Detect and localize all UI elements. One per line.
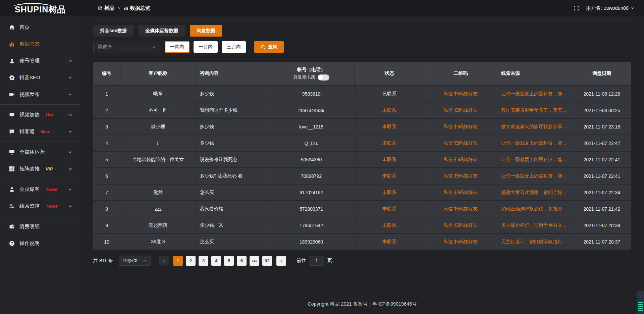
- cell-nickname: 觉然: [120, 185, 196, 200]
- page-button[interactable]: 5: [224, 256, 234, 266]
- chevron-down-icon: [152, 45, 156, 49]
- app-logo[interactable]: SHUPIN树品: [0, 3, 80, 14]
- cell-nickname: 当地比较能吃的一位美女: [120, 152, 196, 167]
- cell-status: 未联系: [354, 152, 424, 167]
- cell-status: 未联系: [354, 234, 424, 250]
- table-row: 7觉然怎么买917024162未联系私信 扫码加好友感谢大家喜欢我家，被问了好.…: [93, 184, 631, 200]
- cell-nickname: L: [120, 135, 196, 151]
- cell-source-link[interactable]: 让你一眼就爱上的黑科技，能...: [497, 86, 572, 102]
- cell-date: 2021-11-07 23:18: [572, 119, 631, 135]
- sidebar-item[interactable]: 全媒体运营: [0, 144, 80, 160]
- table-row: 2不可一世我想问这个多少钱2097344839未联系私信 扫码加好友客厅安装投影…: [93, 102, 631, 118]
- page-size-select[interactable]: 10条/页: [119, 256, 151, 266]
- prev-page-button[interactable]: ‹: [159, 256, 169, 266]
- question-icon: ?: [9, 241, 15, 246]
- cell-qr-link[interactable]: 私信 扫码加好友: [424, 217, 497, 233]
- cell-id: 4: [93, 135, 120, 151]
- cell-source-link[interactable]: 让你一眼就爱上的黑科技，能...: [497, 152, 572, 167]
- goto-page-input[interactable]: [309, 256, 324, 266]
- divider: [0, 104, 80, 105]
- cell-id: 2: [93, 102, 120, 118]
- phone-only-toggle[interactable]: [318, 74, 329, 81]
- sidebar-item[interactable]: 消费明细: [0, 218, 80, 235]
- page-button[interactable]: 4: [211, 256, 221, 266]
- table-row: 1036度 8怎么买183929060未联系私信 扫码加好友无主灯设计，智能磁吸…: [93, 233, 631, 250]
- sidebar-item[interactable]: 账号管理: [0, 52, 80, 69]
- next-page-button[interactable]: ›: [276, 256, 286, 266]
- cell-source-link[interactable]: 无主灯设计，智能磁吸轨道灯...: [497, 234, 572, 250]
- page-button[interactable]: 2: [186, 256, 196, 266]
- sidebar-item[interactable]: 线索监控Tools: [0, 198, 80, 214]
- col-id: 编号: [93, 62, 120, 85]
- cell-qr-link[interactable]: 私信 扫码加好友: [424, 152, 497, 167]
- cell-date: 2021-11-07 22:41: [572, 168, 631, 184]
- sidebar-item[interactable]: 抖音SEO: [0, 69, 80, 86]
- cell-source-link[interactable]: 感谢大家喜欢我家，被问了好...: [497, 185, 572, 200]
- tab[interactable]: 询盘数据: [190, 25, 222, 37]
- page-button[interactable]: 92: [262, 256, 272, 266]
- username-value: zswodun88: [604, 5, 629, 11]
- tab[interactable]: 全媒体运营数据: [139, 25, 185, 37]
- cell-source-link[interactable]: 多功能护栏灯，适用于乡村文...: [497, 217, 572, 233]
- cell-qr-link[interactable]: 私信 扫码加好友: [424, 234, 497, 250]
- top-header: SHUPIN树品 树品 > 数据总览 用户名: zswodun88: [0, 0, 644, 16]
- fullscreen-icon[interactable]: [574, 5, 579, 11]
- breadcrumb-item-current[interactable]: 数据总览: [124, 5, 150, 11]
- sliders-icon: [9, 203, 15, 209]
- cell-date: 2021-11-08 00:25: [572, 102, 631, 118]
- cell-qr-link[interactable]: 私信 扫码加好友: [424, 102, 497, 118]
- cell-qr-link[interactable]: 私信 扫码加好友: [424, 185, 497, 200]
- cell-qr-link[interactable]: 私信 扫码加好友: [424, 168, 497, 184]
- cell-source-link[interactable]: 如何正确选择投影仪，买投影...: [497, 201, 572, 217]
- cell-account: 572803371: [268, 201, 354, 217]
- sidebar-item-label: 视频加热: [19, 112, 40, 118]
- cell-qr-link[interactable]: 私信 扫码加好友: [424, 201, 497, 217]
- user-menu[interactable]: 用户名: zswodun88: [586, 5, 635, 11]
- video-icon: [9, 92, 15, 97]
- sidebar-item-badge: VIP: [46, 166, 53, 171]
- sidebar-item[interactable]: 视频加热Hot: [0, 106, 80, 123]
- breadcrumb-item-home[interactable]: 树品: [98, 5, 114, 11]
- chevron-down-icon: [68, 92, 72, 97]
- sidebar-item-label: 抖音SEO: [19, 74, 40, 81]
- page-button[interactable]: •••: [250, 256, 259, 266]
- tab[interactable]: 抖音seo数据: [93, 25, 133, 37]
- search-icon: [261, 45, 266, 50]
- cell-content: 多少钱: [196, 135, 268, 151]
- cell-content: 多少钱一米: [196, 217, 268, 233]
- sidebar: 首页数据总览账号管理抖音SEO视频发布视频加热Hot抖客通New全媒体运营矩阵助…: [0, 16, 80, 314]
- sidebar-item[interactable]: 数据总览: [0, 36, 80, 52]
- range-button[interactable]: 三月内: [222, 41, 246, 53]
- cell-qr-link[interactable]: 私信 扫码加好友: [424, 86, 497, 102]
- sidebar-item[interactable]: ?操作说明: [0, 235, 80, 252]
- page-button[interactable]: 6: [237, 256, 247, 266]
- sidebar-item[interactable]: 首页: [0, 19, 80, 36]
- sidebar-item-label: 消费明细: [19, 223, 40, 230]
- sidebar-item[interactable]: 会员爆客Tools: [0, 181, 80, 198]
- cell-qr-link[interactable]: 私信 扫码加好友: [424, 135, 497, 151]
- corner-widget[interactable]: [637, 291, 644, 314]
- cell-status: 未联系: [354, 168, 424, 184]
- sidebar-item-badge: Tools: [46, 187, 58, 192]
- range-button[interactable]: 一月内: [194, 41, 218, 53]
- cell-date: 2021-11-07 20:39: [572, 217, 631, 233]
- cell-qr-link[interactable]: 私信 扫码加好友: [424, 119, 497, 135]
- cell-nickname: 潮起潮落: [120, 217, 196, 233]
- cell-date: 2021-11-08 12:28: [572, 86, 631, 102]
- chevron-down-icon: [631, 6, 635, 10]
- range-button[interactable]: 一周内: [165, 41, 190, 53]
- sidebar-item[interactable]: 抖客通New: [0, 123, 80, 140]
- cell-source-link[interactable]: 被大家追着问的客厅投影分享...: [497, 119, 572, 135]
- cell-source-link[interactable]: 客厅安装投影半年多了，真实...: [497, 102, 572, 118]
- page-button[interactable]: 1: [173, 256, 183, 266]
- sidebar-item[interactable]: 矩阵助推VIP: [0, 160, 80, 177]
- username-label: 用户名:: [586, 5, 602, 11]
- table-row: 9潮起潮落多少钱一米178651642未联系私信 扫码加好友多功能护栏灯，适用于…: [93, 217, 631, 233]
- search-button[interactable]: 查询: [254, 41, 284, 53]
- cell-source-link[interactable]: 让你一眼就爱上的黑科技，能...: [497, 168, 572, 184]
- page-button[interactable]: 3: [199, 256, 208, 266]
- sidebar-item[interactable]: 视频发布: [0, 86, 80, 103]
- filter-select-placeholder: 请选择: [98, 44, 112, 50]
- cell-source-link[interactable]: 让你一眼就爱上的黑科技，能...: [497, 135, 572, 151]
- filter-select[interactable]: 请选择: [93, 41, 160, 53]
